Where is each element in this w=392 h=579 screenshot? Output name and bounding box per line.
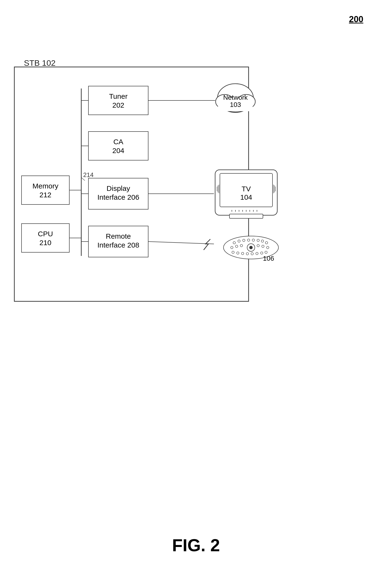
svg-text:214: 214 bbox=[83, 171, 93, 178]
svg-text:Interface 208: Interface 208 bbox=[97, 241, 139, 249]
svg-rect-38 bbox=[229, 214, 263, 218]
svg-text:Memory: Memory bbox=[33, 182, 58, 190]
svg-text:103: 103 bbox=[230, 101, 241, 108]
svg-text:Network: Network bbox=[223, 94, 248, 101]
svg-text:204: 204 bbox=[112, 146, 124, 154]
svg-text:CPU: CPU bbox=[38, 230, 53, 238]
svg-text:Interface 206: Interface 206 bbox=[97, 193, 139, 201]
svg-rect-16 bbox=[21, 224, 69, 252]
svg-text:Display: Display bbox=[107, 184, 130, 192]
svg-line-82 bbox=[148, 242, 214, 244]
svg-text:CA: CA bbox=[113, 138, 123, 146]
svg-text:202: 202 bbox=[112, 101, 124, 109]
diagram-svg: STB 102 Tuner 202 CA 204 Display Interfa… bbox=[0, 48, 392, 478]
svg-text:Tuner: Tuner bbox=[109, 92, 128, 100]
svg-text:106: 106 bbox=[263, 255, 274, 262]
svg-text:TV: TV bbox=[242, 185, 251, 193]
svg-text:Remote: Remote bbox=[106, 232, 131, 240]
figure-number-top: 200 bbox=[349, 14, 363, 24]
svg-text:212: 212 bbox=[39, 191, 51, 199]
svg-rect-4 bbox=[88, 132, 148, 160]
svg-text:104: 104 bbox=[240, 193, 252, 201]
page-container: 200 STB 102 Tuner 202 CA 204 Display Int… bbox=[0, 0, 392, 579]
stb-label: STB 102 bbox=[24, 58, 56, 68]
svg-rect-1 bbox=[88, 86, 148, 115]
svg-rect-13 bbox=[21, 176, 69, 205]
svg-text:210: 210 bbox=[39, 239, 51, 247]
svg-point-69 bbox=[249, 246, 253, 249]
figure-caption: FIG. 2 bbox=[172, 535, 220, 555]
